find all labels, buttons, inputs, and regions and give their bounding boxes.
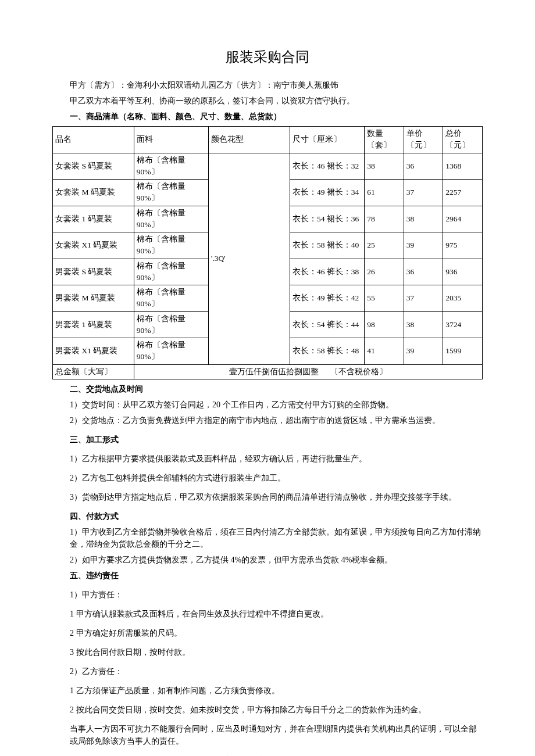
cell-name: 女套装 X1 码夏装	[53, 232, 134, 259]
cell-size: 衣长：58 裙长：40	[290, 232, 364, 259]
section1-heading: 一、商品清单（名称、面料、颜色、尺寸、数量、总货款）	[70, 110, 483, 123]
section2-p1: 1）交货时间：从甲乙双方签订合同起，20 个工作日内，乙方需交付甲方订购的全部货…	[70, 399, 483, 411]
total-text: 壹万伍仟捌佰伍拾捌圆整	[229, 367, 319, 376]
cell-qty: 38	[365, 153, 404, 180]
cell-total: 975	[443, 232, 483, 259]
th-pattern: 颜色花型	[209, 127, 290, 153]
cell-material: 棉布〔含棉量 90%〕	[134, 206, 208, 232]
cell-qty: 26	[365, 259, 404, 285]
section4-p1: 1）甲方收到乙方全部货物并验收合格后，须在三日内付清乙方全部货款。如有延误，甲方…	[70, 526, 483, 550]
section4-heading: 四、付款方式	[70, 510, 483, 522]
cell-name: 女套装 1 码夏装	[53, 206, 134, 232]
cell-qty: 25	[365, 232, 404, 259]
cell-price: 36	[404, 153, 443, 180]
cell-material: 棉布〔含棉量 90%〕	[134, 232, 208, 259]
total-note: 〔不含税价格〕	[330, 367, 387, 376]
cell-total: 3724	[443, 311, 483, 338]
cell-name: 女套装 S 码夏装	[53, 153, 134, 180]
section2-p2: 2）交货地点：乙方负责免费送到甲方指定的南宁市内地点，超出南宁市的送货区域，甲方…	[70, 414, 483, 427]
section5-p2b: 2 按此合同交货日期，按时交货。如未按时交货，甲方将扣除乙方每日千分之二的货款作…	[70, 704, 483, 716]
cell-material: 棉布〔含棉量 90%〕	[134, 285, 208, 312]
section5-p3: 当事人一方因不可抗力不能履行合同时，应当及时通知对方，并在合理期限内提供有关机构…	[70, 723, 483, 747]
th-qty: 数量〔套〕	[365, 127, 404, 153]
cell-price: 39	[404, 338, 443, 365]
cell-name: 男套装 S 码夏装	[53, 259, 134, 285]
cell-qty: 61	[365, 180, 404, 206]
cell-price: 38	[404, 311, 443, 338]
cell-total: 2964	[443, 206, 483, 232]
cell-size: 衣长：46 裙长：32	[290, 153, 364, 180]
cell-size: 衣长：58 裤长：48	[290, 338, 364, 365]
cell-material: 棉布〔含棉量 90%〕	[134, 338, 208, 365]
cell-size: 衣长：54 裤长：44	[290, 311, 364, 338]
cell-total: 1599	[443, 338, 483, 365]
section5-p1b: 2 甲方确定好所需服装的尺码。	[70, 627, 483, 639]
product-table: 品名 面料 颜色花型 尺寸〔厘米〕 数量〔套〕 单价〔元〕 总价〔元〕 女套装 …	[52, 126, 483, 379]
cell-size: 衣长：49 裙长：34	[290, 180, 364, 206]
cell-material: 棉布〔含棉量 90%〕	[134, 259, 208, 285]
th-name: 品名	[53, 127, 134, 153]
section5-heading: 五、违约责任	[70, 569, 483, 582]
th-total: 总价〔元〕	[443, 127, 483, 153]
cell-qty: 98	[365, 311, 404, 338]
cell-size: 衣长：46 裤长：38	[290, 259, 364, 285]
cell-qty: 78	[365, 206, 404, 232]
cell-material: 棉布〔含棉量 90%〕	[134, 153, 208, 180]
cell-name: 女套装 M 码夏装	[53, 180, 134, 206]
section3-p2: 2）乙方包工包料并提供全部辅料的方式进行服装生产加工。	[70, 472, 483, 484]
th-size: 尺寸〔厘米〕	[290, 127, 364, 153]
cell-name: 男套装 1 码夏装	[53, 311, 134, 338]
cell-size: 衣长：49 裤长：42	[290, 285, 364, 312]
cell-qty: 55	[365, 285, 404, 312]
section3-heading: 三、加工形式	[70, 433, 483, 446]
th-material: 面料	[134, 127, 208, 153]
section2-heading: 二、交货地点及时间	[70, 383, 483, 395]
th-price: 单价〔元〕	[404, 127, 443, 153]
cell-price: 37	[404, 285, 443, 312]
parties-line: 甲方〔需方〕：金海利小太阳双语幼儿园乙方〔供方〕：南宁市美人蕉服饰	[70, 79, 483, 91]
section5-p1: 1）甲方责任：	[70, 589, 483, 601]
cell-material: 棉布〔含棉量 90%〕	[134, 180, 208, 206]
cell-material: 棉布〔含棉量 90%〕	[134, 311, 208, 338]
page-title: 服装采购合同	[52, 46, 483, 67]
cell-total: 2035	[443, 285, 483, 312]
table-row: 女套装 S 码夏装 棉布〔含棉量 90%〕 '.3Q' 衣长：46 裙长：32 …	[53, 153, 483, 180]
total-label: 总金额〔大写〕	[53, 364, 134, 379]
section3-p1: 1）乙方根据甲方要求提供服装款式及面料样品，经双方确认后，再进行批量生产。	[70, 453, 483, 465]
cell-pattern: '.3Q'	[209, 153, 290, 364]
section4-p2: 2）如甲方要求乙方提供货物发票，乙方提供 4%的发票，但甲方需承当货款 4%税率…	[70, 554, 483, 566]
table-header-row: 品名 面料 颜色花型 尺寸〔厘米〕 数量〔套〕 单价〔元〕 总价〔元〕	[53, 127, 483, 153]
preamble: 甲乙双方本着平等互利、协商一致的原那么，签订本合同，以资双方信守执行。	[70, 95, 483, 107]
cell-name: 男套装 M 码夏装	[53, 285, 134, 312]
cell-name: 男套装 X1 码夏装	[53, 338, 134, 365]
cell-total: 1368	[443, 153, 483, 180]
cell-size: 衣长：54 裙长：36	[290, 206, 364, 232]
cell-price: 36	[404, 259, 443, 285]
section5-p1a: 1 甲方确认服装款式及面料后，在合同生效及执行过程中不得擅自更改。	[70, 608, 483, 620]
section3-p3: 3）货物到达甲方指定地点后，甲乙双方依据服装采购合同的商品清单进行清点验收，并办…	[70, 491, 483, 503]
cell-total: 2257	[443, 180, 483, 206]
cell-qty: 41	[365, 338, 404, 365]
table-total-row: 总金额〔大写〕 壹万伍仟捌佰伍拾捌圆整 〔不含税价格〕	[53, 364, 483, 379]
section5-p2: 2）乙方责任：	[70, 665, 483, 678]
cell-total: 936	[443, 259, 483, 285]
cell-price: 39	[404, 232, 443, 259]
cell-price: 37	[404, 180, 443, 206]
cell-price: 38	[404, 206, 443, 232]
section5-p2a: 1 乙方须保证产品质量，如有制作问题，乙方须负责修改。	[70, 685, 483, 697]
section5-p1c: 3 按此合同付款日期，按时付款。	[70, 646, 483, 658]
total-value: 壹万伍仟捌佰伍拾捌圆整 〔不含税价格〕	[134, 364, 482, 379]
